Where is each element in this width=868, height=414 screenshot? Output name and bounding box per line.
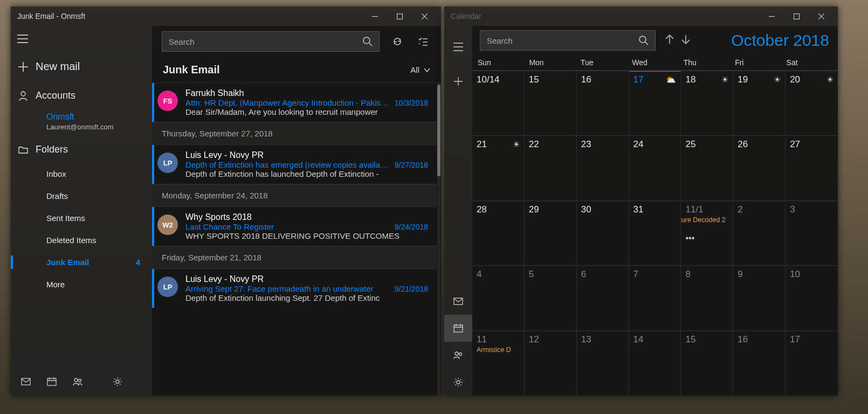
minimize-button[interactable] <box>759 8 784 25</box>
calendar-cell[interactable]: 7 <box>629 265 681 330</box>
folder-item[interactable]: More <box>11 273 152 295</box>
avatar: FS <box>157 91 178 111</box>
message-preview: Depth of Extinction launching Sept. 27 D… <box>185 293 428 302</box>
hamburger-button[interactable] <box>11 27 152 54</box>
calendar-icon-button[interactable] <box>39 371 65 392</box>
close-button[interactable] <box>809 8 833 25</box>
calendar-cell[interactable]: 12 <box>525 330 577 396</box>
mail-search-input[interactable] <box>169 37 363 46</box>
calendar-cell[interactable]: 11Armistice D <box>472 330 525 396</box>
calendar-cell[interactable]: 22 <box>525 135 577 201</box>
folder-item[interactable]: Inbox <box>11 163 152 185</box>
calendar-cell[interactable]: 9 <box>733 265 786 330</box>
calendar-cell[interactable]: 5 <box>525 265 577 330</box>
calendar-cell[interactable]: 28 <box>472 201 525 266</box>
calendar-cell[interactable]: 4 <box>472 265 525 330</box>
calendar-cell[interactable]: 8 <box>681 265 733 330</box>
calendar-cell[interactable]: 3 <box>786 201 838 266</box>
select-mode-button[interactable] <box>415 33 431 50</box>
calendar-cell[interactable]: 26 <box>733 135 786 201</box>
more-events[interactable]: ••• <box>685 233 728 243</box>
message-item[interactable]: LPLuis Levy - Novy PRArriving Sept 27: F… <box>152 268 437 308</box>
folder-item[interactable]: Deleted Items <box>11 229 152 251</box>
message-item[interactable]: W2Why Sports 2018Last Chance To Register… <box>152 206 437 246</box>
calendar-icon <box>47 377 57 387</box>
calendar-cell[interactable]: 19☀ <box>733 70 786 135</box>
account-entry[interactable]: Onmsft Laurent@onmsft.com <box>11 109 152 136</box>
sync-button[interactable] <box>389 33 405 50</box>
calendar-cell[interactable]: 18☀ <box>681 70 733 135</box>
rail-calendar[interactable] <box>444 315 472 342</box>
svg-point-6 <box>116 380 119 383</box>
calendar-cell[interactable]: 17 <box>786 330 838 396</box>
calendar-cell[interactable]: 30 <box>577 201 629 266</box>
next-button[interactable] <box>680 34 691 47</box>
calendar-cell[interactable]: 20☀ <box>786 70 838 135</box>
cell-date: 12 <box>529 334 539 345</box>
calendar-cell[interactable]: 29 <box>525 201 577 266</box>
calendar-event[interactable]: All Saints' D <box>681 225 728 232</box>
calendar-cell[interactable]: 13 <box>577 330 629 396</box>
calendar-cell[interactable]: 6 <box>577 265 629 330</box>
people-icon-button[interactable] <box>65 371 91 392</box>
cell-date: 30 <box>581 204 591 215</box>
cell-date: 11 <box>477 334 487 345</box>
filter-dropdown[interactable]: All <box>410 65 430 74</box>
calendar-cell[interactable]: 17⛅ <box>629 70 681 135</box>
calendar-cell[interactable]: 23 <box>577 135 629 201</box>
person-icon <box>18 91 28 101</box>
search-icon <box>639 36 649 45</box>
weather-icon: ☀ <box>774 75 781 85</box>
folder-item[interactable]: Sent Items <box>11 207 152 229</box>
rail-new-event[interactable] <box>444 68 472 95</box>
settings-icon-button[interactable] <box>105 371 130 392</box>
folder-item[interactable]: Junk Email4 <box>11 251 152 273</box>
folder-item[interactable]: Drafts <box>11 185 152 207</box>
calendar-cell[interactable]: 11/1Microsoft Future Decoded 2All Saints… <box>681 201 733 266</box>
maximize-button[interactable] <box>387 8 412 25</box>
calendar-event[interactable]: Microsoft Future Decoded 2 <box>681 216 728 224</box>
accounts-heading[interactable]: Accounts <box>11 82 152 109</box>
mail-search-box[interactable] <box>162 31 380 52</box>
calendar-cell[interactable]: 31 <box>629 201 681 266</box>
scrollbar-thumb[interactable] <box>437 85 440 176</box>
month-title[interactable]: October 2018 <box>731 31 829 50</box>
calendar-search-box[interactable] <box>480 30 656 51</box>
arrow-down-icon <box>680 34 691 45</box>
rail-hamburger[interactable] <box>444 33 472 60</box>
calendar-cell[interactable]: 27 <box>786 135 838 201</box>
calendar-cell[interactable]: 10/14 <box>472 70 525 135</box>
message-item[interactable]: LPLuis Levy - Novy PRDepth of Extinction… <box>152 144 437 184</box>
calendar-window: Calendar October 201 <box>444 6 838 396</box>
calendar-cell[interactable]: 21☀ <box>472 135 525 201</box>
mail-icon-button[interactable] <box>13 371 39 392</box>
calendar-cell[interactable]: 16 <box>577 70 629 135</box>
folders-heading[interactable]: Folders <box>11 136 152 163</box>
rail-people[interactable] <box>444 342 472 369</box>
new-mail-button[interactable]: New mail <box>11 54 152 82</box>
calendar-cell[interactable]: 15 <box>525 70 577 135</box>
calendar-cell[interactable]: 14 <box>629 330 681 396</box>
rail-mail[interactable] <box>444 288 472 315</box>
minimize-button[interactable] <box>362 8 387 25</box>
close-button[interactable] <box>412 8 437 25</box>
calendar-cell[interactable]: 10 <box>786 265 838 330</box>
cell-date: 29 <box>529 204 539 215</box>
svg-point-7 <box>363 37 370 44</box>
cell-date: 17 <box>790 334 800 345</box>
calendar-event[interactable]: Armistice D <box>477 346 520 354</box>
calendar-cell[interactable]: 24 <box>629 135 681 201</box>
day-header: Tue <box>581 58 632 67</box>
calendar-cell[interactable]: 15 <box>681 330 733 396</box>
folder-label: Inbox <box>46 169 66 178</box>
calendar-search-input[interactable] <box>487 36 639 45</box>
message-item[interactable]: FSFarrukh ShaikhAttn: HR Dept. (Manpower… <box>152 82 437 122</box>
folder-title: Junk Email <box>163 64 410 76</box>
calendar-cell[interactable]: 16 <box>733 330 786 396</box>
maximize-button[interactable] <box>784 8 809 25</box>
calendar-cell[interactable]: 2 <box>733 201 786 266</box>
prev-button[interactable] <box>664 34 675 47</box>
rail-settings[interactable] <box>444 369 472 396</box>
svg-point-12 <box>459 353 462 356</box>
calendar-cell[interactable]: 25 <box>681 135 733 201</box>
